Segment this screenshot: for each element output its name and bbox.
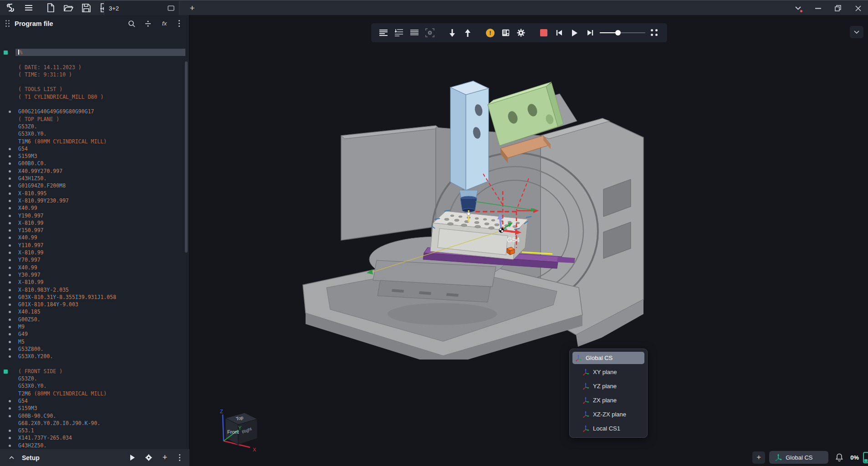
code-line[interactable]: ( TIME: 9:31:10 ) xyxy=(0,71,189,78)
code-line[interactable]: ( T1 CYLINDRICAL_MILL D80 ) xyxy=(0,93,189,101)
fit-selection-icon[interactable] xyxy=(424,26,436,40)
code-line[interactable]: G43H1Z50. xyxy=(0,175,189,182)
save-file-button[interactable] xyxy=(78,0,94,15)
warnings-icon[interactable]: ! xyxy=(484,26,496,40)
code-line[interactable]: G43H2Z50. xyxy=(0,442,189,449)
code-line[interactable]: X-810.99 xyxy=(0,219,189,227)
new-file-button[interactable] xyxy=(43,0,58,15)
code-scrollbar[interactable] xyxy=(185,49,188,464)
code-line[interactable]: % xyxy=(0,49,189,56)
code-line[interactable]: X40.99 xyxy=(0,204,189,212)
view-cube[interactable]: Top Front Right Z X Y xyxy=(214,407,265,457)
code-line[interactable]: ( DATE: 14.11.2023 ) xyxy=(0,64,189,71)
step-up-icon[interactable] xyxy=(462,26,474,40)
settings-gear-icon[interactable] xyxy=(515,26,527,40)
restore-button[interactable] xyxy=(828,1,848,15)
code-line[interactable]: X141.737Y-265.034 xyxy=(0,434,189,441)
all-lines-icon[interactable] xyxy=(408,26,420,40)
speed-slider-knob[interactable] xyxy=(615,30,621,35)
code-line[interactable]: X40.185 xyxy=(0,308,189,315)
code-line[interactable]: G53Z0. xyxy=(0,123,189,130)
program-panel-menu-button[interactable] xyxy=(175,18,184,29)
notifications-button[interactable] xyxy=(832,451,846,464)
code-line[interactable]: G54 xyxy=(0,397,189,405)
code-line[interactable]: ( TOP PLANE ) xyxy=(0,116,189,123)
bookmark-icon[interactable] xyxy=(4,370,8,374)
code-line[interactable]: Y150.997 xyxy=(0,227,189,234)
code-line[interactable]: X40.99Y270.997 xyxy=(0,167,189,175)
setup-add-button[interactable]: + xyxy=(159,452,171,464)
code-line[interactable]: T1M6 (80MM CYLINDRICAL MILL) xyxy=(0,138,189,145)
skip-to-start-button[interactable] xyxy=(553,26,565,40)
code-line[interactable]: X40.99 xyxy=(0,234,189,241)
code-line[interactable]: S159M3 xyxy=(0,152,189,160)
cs-menu-item-xy-plane[interactable]: XY plane xyxy=(572,366,644,378)
gcode-editor[interactable]: %( DATE: 14.11.2023 )( TIME: 9:31:10 )( … xyxy=(0,49,189,449)
code-line[interactable]: G53Z800. xyxy=(0,345,189,353)
code-line[interactable]: M9 xyxy=(0,323,189,330)
code-line[interactable]: Y110.997 xyxy=(0,242,189,249)
cs-menu-item-zx-plane[interactable]: ZX plane xyxy=(572,394,644,406)
setup-gear-button[interactable] xyxy=(143,452,154,464)
code-line[interactable]: G54 xyxy=(0,145,189,152)
code-line[interactable]: Y70.997 xyxy=(0,256,189,263)
code-line[interactable]: G00B-90.C90. xyxy=(0,412,189,420)
program-card-icon[interactable] xyxy=(500,26,511,40)
code-line[interactable]: X-810.99Y230.997 xyxy=(0,197,189,204)
stop-button[interactable] xyxy=(538,26,550,40)
code-line[interactable]: ( TOOLS LIST ) xyxy=(0,86,189,93)
code-line[interactable] xyxy=(0,78,189,86)
code-line[interactable]: S159M3 xyxy=(0,405,189,412)
updates-dropdown-button[interactable] xyxy=(788,1,808,15)
function-button[interactable]: fx xyxy=(158,18,170,30)
main-menu-button[interactable] xyxy=(21,0,36,15)
cs-selector-button[interactable]: Global CS xyxy=(769,451,828,464)
code-scrollbar-thumb[interactable] xyxy=(185,61,188,253)
code-line[interactable] xyxy=(0,360,189,367)
code-line[interactable]: X-810.995 xyxy=(0,190,189,197)
search-button[interactable] xyxy=(126,18,138,30)
cs-menu-item-yz-plane[interactable]: YZ plane xyxy=(572,380,644,392)
step-down-icon[interactable] xyxy=(446,26,458,40)
machine-3d-view[interactable]: G54 xyxy=(283,59,665,360)
drag-handle-icon[interactable] xyxy=(5,20,10,27)
app-logo[interactable] xyxy=(0,0,21,15)
minimize-button[interactable] xyxy=(808,1,828,15)
cs-menu-item-global-cs[interactable]: Global CS xyxy=(572,352,644,364)
goto-line-icon[interactable] xyxy=(393,26,405,40)
layout-grid-button[interactable] xyxy=(649,26,661,40)
code-line[interactable]: X-810.983Y-2.035 xyxy=(0,286,189,294)
document-tab[interactable]: 3+2 xyxy=(104,1,179,15)
code-line[interactable] xyxy=(0,56,189,63)
play-button[interactable] xyxy=(569,26,581,40)
code-line[interactable]: G53X0.Y0. xyxy=(0,130,189,137)
speed-slider[interactable] xyxy=(600,26,645,40)
3d-viewport[interactable]: ! xyxy=(190,15,868,466)
cs-menu-item-xz-zx-plane[interactable]: XZ-ZX plane xyxy=(572,408,644,420)
code-line[interactable]: G49 xyxy=(0,330,189,338)
code-line[interactable]: Y30.997 xyxy=(0,271,189,279)
code-line[interactable]: G53.1 xyxy=(0,427,189,434)
code-line[interactable]: G68.2X0.Y0.Z0.I0.J90.K-90. xyxy=(0,420,189,427)
code-line[interactable]: G53Z0. xyxy=(0,375,189,382)
code-line[interactable]: G03X-810.31Y-8.355I39.931J1.058 xyxy=(0,294,189,301)
bookmark-icon[interactable] xyxy=(4,51,8,55)
code-line[interactable]: X-810.99 xyxy=(0,279,189,286)
code-line[interactable]: ( FRONT SIDE ) xyxy=(0,368,189,375)
viewport-collapse-button[interactable] xyxy=(850,26,863,38)
close-button[interactable] xyxy=(848,1,868,15)
code-line[interactable]: X40.99 xyxy=(0,264,189,271)
code-line[interactable]: Y190.997 xyxy=(0,212,189,219)
code-line[interactable]: G00Z50. xyxy=(0,316,189,323)
code-line[interactable]: G53X0.Y0. xyxy=(0,382,189,390)
new-tab-button[interactable]: + xyxy=(184,0,200,15)
skip-to-end-button[interactable] xyxy=(584,26,596,40)
split-view-button[interactable] xyxy=(142,18,154,30)
code-line[interactable]: X-810.99 xyxy=(0,249,189,256)
program-lines-icon[interactable] xyxy=(378,26,389,40)
setup-menu-button[interactable] xyxy=(175,452,184,463)
code-line[interactable]: T2M6 (80MM CYLINDRICAL MILL) xyxy=(0,390,189,397)
code-line[interactable] xyxy=(0,101,189,108)
code-line[interactable]: G01G94Z0.F200M8 xyxy=(0,182,189,189)
code-line[interactable]: G53X0.Y200. xyxy=(0,353,189,360)
